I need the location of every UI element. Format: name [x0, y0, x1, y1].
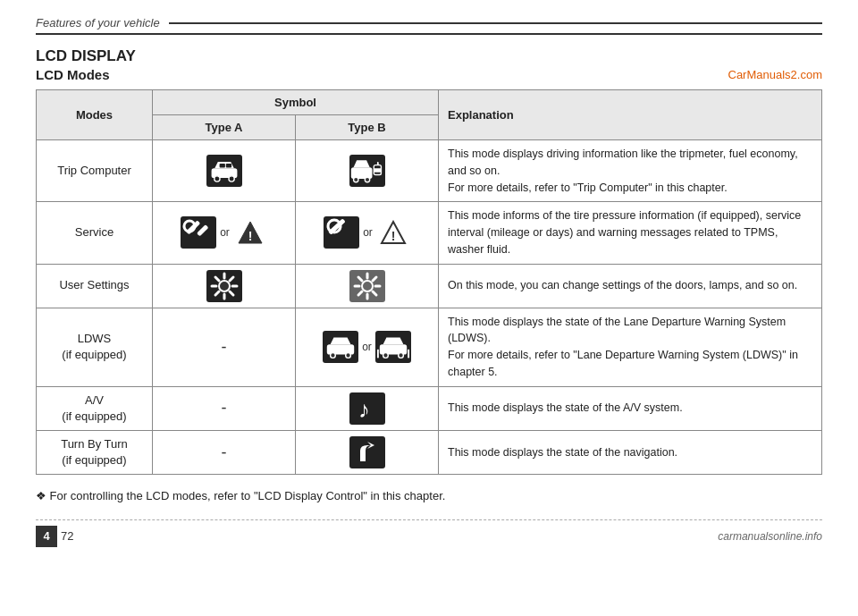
icon-cell-tbt-a: - [153, 430, 296, 474]
page-num-right: 72 [57, 529, 73, 543]
svg-line-27 [215, 277, 219, 281]
page-number-box: 4 72 [36, 526, 73, 547]
wrench-icon-b [324, 216, 359, 249]
table-row: Service or [37, 202, 822, 264]
svg-rect-11 [376, 162, 378, 165]
svg-line-36 [358, 277, 362, 281]
table-row: Trip Computer [37, 140, 822, 202]
svg-line-37 [373, 291, 376, 295]
mode-av: A/V(if equipped) [37, 386, 153, 430]
svg-line-30 [215, 291, 219, 295]
footer: 4 72 carmanualsonline.info [36, 519, 822, 547]
svg-line-29 [230, 277, 233, 281]
sub-title: LCD Modes CarManuals2.com [36, 67, 822, 82]
table-row: Turn By Turn(if equipped) - [37, 430, 822, 474]
music-note-icon: ♪ [349, 392, 385, 425]
table-row: A/V(if equipped) - ♪ This mode displays … [37, 386, 822, 430]
svg-marker-7 [353, 160, 369, 167]
dash-av-a: - [222, 399, 227, 417]
svg-rect-12 [374, 168, 381, 173]
dash-tbt-a: - [222, 443, 227, 461]
footer-watermark: carmanualsonline.info [718, 530, 822, 543]
svg-point-31 [362, 281, 373, 291]
dash-ldws-a: - [222, 338, 227, 356]
col-header-typeb: Type B [296, 115, 439, 140]
icon-cell-ldws-b: or [296, 308, 439, 386]
icon-cell-ldws-a: - [153, 308, 296, 386]
footnote: ❖ For controlling the LCD modes, refer t… [36, 487, 822, 505]
header-title: Features of your vehicle [36, 16, 160, 30]
explanation-tbt: This mode displays the state of the navi… [439, 430, 822, 474]
svg-point-2 [214, 176, 219, 181]
icon-cell-usersettings-b [296, 264, 439, 308]
svg-marker-41 [331, 338, 351, 345]
svg-point-46 [383, 353, 388, 359]
svg-line-39 [358, 291, 362, 295]
icon-cell-service-b: or ! [296, 202, 439, 264]
icon-cell-av-a: - [153, 386, 296, 430]
car-icon [206, 155, 242, 187]
col-header-explanation: Explanation [439, 90, 822, 140]
svg-point-9 [365, 177, 369, 181]
or-text-service-a: or [220, 226, 230, 239]
svg-line-38 [373, 277, 376, 281]
svg-line-28 [230, 291, 233, 295]
svg-point-42 [331, 353, 336, 359]
gear-icon-b [349, 270, 385, 302]
col-header-symbol: Symbol [153, 90, 439, 115]
svg-point-43 [346, 353, 351, 359]
table-row: LDWS(if equipped) - [37, 308, 822, 386]
navigation-arrow-icon [349, 436, 385, 468]
mode-ldws: LDWS(if equipped) [37, 308, 153, 386]
table-row: User Settings [37, 264, 822, 308]
mode-service: Service [37, 202, 153, 264]
page-num-left: 4 [36, 526, 57, 547]
warning-triangle-a: ! [233, 216, 267, 249]
main-title: LCD DISPLAY [36, 47, 822, 65]
svg-point-47 [399, 353, 404, 359]
mode-turnbyturn: Turn By Turn(if equipped) [37, 430, 153, 474]
svg-rect-4 [219, 164, 224, 168]
icon-cell-av-b: ♪ [296, 386, 439, 430]
svg-marker-45 [383, 338, 403, 345]
or-text-ldws: or [362, 341, 372, 353]
explanation-ldws: This mode displays the state of the Lane… [439, 308, 822, 386]
gear-icon-a [206, 270, 242, 302]
icon-cell-service-a: or ! [153, 202, 296, 264]
or-text-service-b: or [363, 226, 373, 239]
mode-trip-computer: Trip Computer [37, 140, 153, 202]
svg-point-3 [228, 176, 233, 181]
explanation-user-settings: On this mode, you can change settings of… [439, 264, 822, 308]
icon-cell-tbt-b [296, 430, 439, 474]
car-ldws-icon-1 [323, 331, 358, 363]
wrench-icon-a [181, 216, 216, 249]
svg-rect-5 [225, 164, 231, 168]
icon-cell-usersettings-a [153, 264, 296, 308]
car-fuel-icon [349, 155, 385, 187]
warning-triangle-b: ! [376, 216, 410, 249]
car-ldws-icon-2 [375, 331, 411, 363]
explanation-service: This mode informs of the tire pressure i… [439, 202, 822, 264]
svg-point-8 [353, 177, 358, 181]
header-rule [169, 22, 822, 24]
svg-text:!: ! [248, 229, 252, 243]
icon-cell-trip-b [296, 140, 439, 202]
explanation-av: This mode displays the state of the A/V … [439, 386, 822, 430]
svg-text:♪: ♪ [358, 396, 370, 423]
table-header-row: Modes Symbol Explanation [37, 90, 822, 115]
header-bar: Features of your vehicle [36, 16, 822, 35]
svg-point-22 [219, 281, 230, 291]
mode-user-settings: User Settings [37, 264, 153, 308]
explanation-trip-computer: This mode displays driving information l… [439, 140, 822, 202]
svg-text:!: ! [391, 229, 395, 243]
page-container: Features of your vehicle LCD DISPLAY LCD… [0, 0, 858, 556]
icon-cell-trip-a [153, 140, 296, 202]
col-header-modes: Modes [37, 90, 153, 140]
lcd-modes-table: Modes Symbol Explanation Type A Type B T… [36, 89, 822, 475]
watermark: CarManuals2.com [728, 68, 823, 81]
svg-rect-15 [197, 224, 208, 236]
col-header-typea: Type A [153, 115, 296, 140]
